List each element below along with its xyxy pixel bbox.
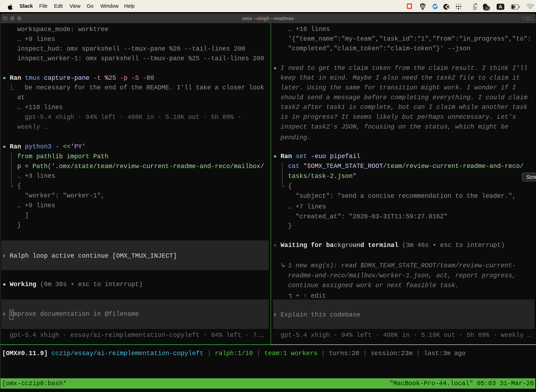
svg-text:1: 1 — [531, 16, 533, 21]
svg-text:..61: ..61 — [483, 6, 489, 10]
svg-text:A: A — [499, 4, 502, 9]
